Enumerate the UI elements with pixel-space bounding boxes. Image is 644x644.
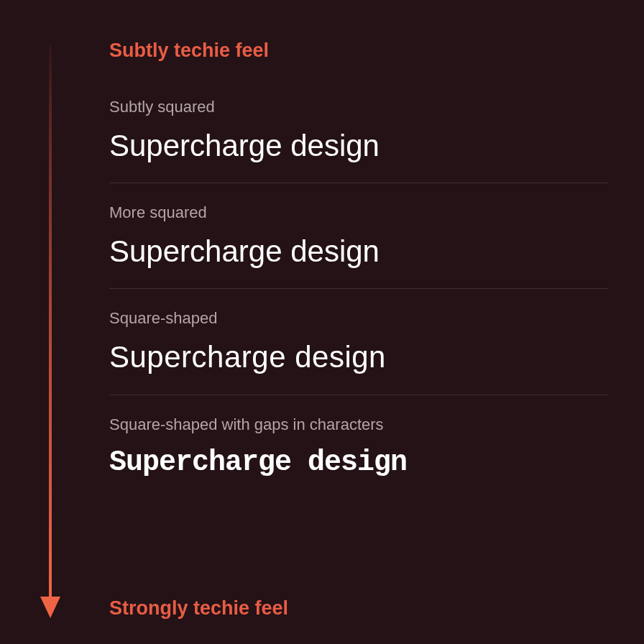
sample-text: Supercharge design (109, 341, 608, 374)
font-sample-3: Square-shaped Supercharge design (109, 309, 608, 374)
font-sample-1: Subtly squared Supercharge design (109, 98, 608, 162)
sample-label: Square-shaped (109, 309, 608, 328)
arrow-head-icon (40, 597, 60, 618)
sample-label: Subtly squared (109, 98, 608, 116)
spectrum-top-label: Subtly techie feel (109, 40, 608, 62)
spectrum-arrow (43, 45, 58, 618)
content-area: Subtly techie feel Subtly squared Superc… (109, 40, 608, 499)
divider (109, 288, 608, 289)
font-sample-4: Square-shaped with gaps in characters Su… (109, 415, 608, 479)
sample-text: Supercharge design (109, 447, 608, 479)
sample-text: Supercharge design (109, 235, 608, 268)
font-sample-2: More squared Supercharge design (109, 203, 608, 268)
divider (109, 183, 608, 183)
arrow-shaft (49, 45, 52, 598)
spectrum-bottom-label: Strongly techie feel (109, 597, 288, 620)
sample-text: Supercharge design (109, 129, 608, 162)
sample-label: Square-shaped with gaps in characters (109, 415, 608, 434)
divider (109, 395, 608, 395)
sample-label: More squared (109, 203, 608, 222)
